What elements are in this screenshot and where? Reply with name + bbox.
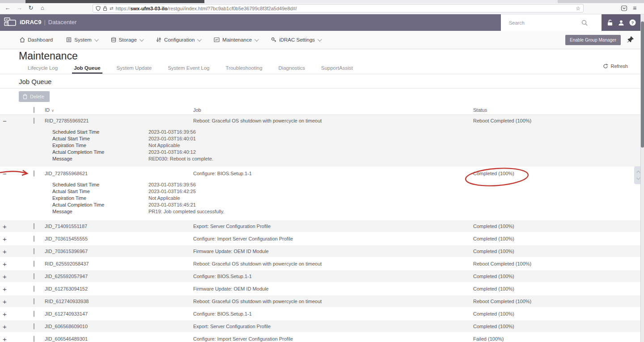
tab-job-queue[interactable]: Job Queue [72, 65, 102, 74]
row-checkbox[interactable] [34, 223, 34, 229]
tab-lifecycle-log[interactable]: Lifecycle Log [26, 65, 59, 74]
job-description: Configure: BIOS.Setup.1-1 [193, 274, 473, 279]
back-icon[interactable]: ← [4, 4, 12, 11]
tab-supportassist[interactable]: SupportAssist [319, 65, 355, 74]
table-row[interactable]: + JID_606546489301 Configure: Import Ser… [0, 333, 640, 342]
dashboard-home-icon [20, 37, 25, 42]
delete-button[interactable]: Delete [19, 91, 50, 102]
row-expander[interactable]: + [0, 236, 19, 242]
shield-icon[interactable] [96, 6, 101, 11]
job-status: Reboot Completed (100%) [473, 118, 531, 123]
table-row[interactable]: + JID_625592057947 Configure: BIOS.Setup… [0, 270, 640, 282]
row-checkbox[interactable] [34, 261, 34, 267]
nav-item-dashboard[interactable]: Dashboard [20, 37, 53, 42]
detail-row: Actual Completion Time2023-01-03T16:45:2… [0, 202, 640, 208]
row-checkbox[interactable] [34, 248, 34, 254]
job-description: Firmware Update: OEM ID Module [193, 286, 473, 291]
row-expander[interactable]: − [0, 170, 19, 177]
nav-item-storage[interactable]: Storage [111, 37, 143, 42]
job-details: Scheduled Start Time2023-01-03T16:39:56A… [0, 127, 640, 167]
user-icon[interactable] [618, 20, 624, 26]
row-expander[interactable]: + [0, 223, 19, 230]
scrollbar-track[interactable] [640, 14, 644, 342]
row-checkbox[interactable] [34, 286, 34, 292]
table-row[interactable]: + JID_703615455555 Configure: Import Ser… [0, 233, 640, 245]
refresh-button[interactable]: Refresh [603, 63, 628, 69]
row-expander[interactable]: − [0, 118, 19, 124]
menu-icon[interactable]: ≡ [631, 4, 639, 12]
row-checkbox[interactable] [34, 298, 34, 304]
screen: ← → ↻ ⌂ ⇄ https://swx-ufm3-03-ilo/restgu… [0, 0, 644, 342]
detail-label: Message [52, 156, 148, 162]
detail-row: Expiration TimeNot Applicable [0, 142, 640, 149]
home-icon[interactable]: ⌂ [38, 4, 47, 11]
forward-icon[interactable]: → [15, 4, 23, 11]
job-status: Completed (100%) [473, 274, 514, 279]
row-expander[interactable]: + [0, 261, 19, 267]
nav-item-system[interactable]: System [66, 37, 97, 42]
job-description: Configure: BIOS.Setup.1-1 [193, 311, 473, 317]
nav-item-maintenance[interactable]: Maintenance [214, 37, 258, 42]
detail-label: Expiration Time [52, 142, 148, 149]
table-row[interactable]: + JID_612740933147 Configure: BIOS.Setup… [0, 308, 640, 320]
system-icon [66, 37, 72, 42]
table-row[interactable]: + JID_606568609010 Export: Server Config… [0, 321, 640, 332]
table-row[interactable]: − RID_727855969221 Reboot: Graceful OS s… [0, 115, 640, 167]
tab-troubleshooting[interactable]: Troubleshooting [224, 65, 264, 74]
sort-chevron-icon[interactable]: ∨ [51, 109, 54, 113]
table-row[interactable]: + JID_714091551187 Export: Server Config… [0, 220, 640, 232]
tab-diagnostics[interactable]: Diagnostics [277, 65, 307, 74]
job-id: JID_727855968621 [45, 171, 193, 176]
row-checkbox[interactable] [34, 336, 34, 342]
nav-label: Maintenance [222, 37, 252, 42]
table-row[interactable]: + JID_703615396967 Firmware Update: OEM … [0, 245, 640, 257]
row-checkbox[interactable] [34, 170, 34, 177]
table-row[interactable]: + RID_625592058437 Reboot: Graceful OS s… [0, 258, 640, 270]
select-all-checkbox[interactable] [34, 107, 34, 113]
row-expander[interactable]: + [0, 286, 19, 292]
refresh-icon [603, 63, 608, 69]
row-expander[interactable]: + [0, 248, 19, 255]
nav-item-idrac-settings[interactable]: iDRAC Settings [271, 37, 321, 42]
row-checkbox[interactable] [34, 323, 34, 329]
job-id: JID_625592057947 [45, 274, 193, 279]
reload-icon[interactable]: ↻ [27, 4, 35, 11]
row-checkbox[interactable] [34, 311, 34, 317]
job-description: Configure: BIOS.Setup.1-1 [193, 171, 473, 176]
row-expander[interactable]: + [0, 323, 19, 330]
row-expander[interactable]: + [0, 336, 19, 342]
row-checkbox[interactable] [34, 236, 34, 242]
detail-value: 2023-01-03T16:40:12 [148, 149, 640, 156]
pocket-icon[interactable] [621, 5, 627, 12]
tab-list: Lifecycle LogJob QueueSystem UpdateSyste… [0, 63, 640, 74]
scrollbar-thumb[interactable] [641, 21, 644, 148]
lock-icon[interactable] [103, 6, 107, 11]
row-expander[interactable]: + [0, 298, 19, 305]
table-row[interactable]: + JID_612763094152 Firmware Update: OEM … [0, 283, 640, 295]
nav-item-configuration[interactable]: Configuration [156, 37, 200, 42]
tab-system-update[interactable]: System Update [115, 65, 154, 74]
bookmark-star-icon[interactable]: ☆ [576, 5, 580, 12]
column-header-id[interactable]: ID∨ [45, 107, 193, 113]
tab-system-event-log[interactable]: System Event Log [166, 65, 211, 74]
permissions-icon[interactable]: ⇄ [110, 6, 113, 11]
enable-group-manager-button[interactable]: Enable Group Manager [565, 35, 621, 45]
help-icon[interactable]: ? [629, 19, 636, 26]
detail-value: Not Applicable [148, 195, 640, 202]
url-bar[interactable]: ⇄ https://swx-ufm3-03-ilo/restgui/index.… [93, 4, 584, 13]
pin-icon[interactable] [627, 36, 634, 43]
id-header-label: ID [45, 107, 50, 113]
job-description: Reboot: Graceful OS shutdown with powerc… [193, 261, 473, 266]
table-row[interactable]: − JID_727855968621 Configure: BIOS.Setup… [0, 168, 640, 220]
row-checkbox[interactable] [34, 118, 34, 124]
detail-label: Scheduled Start Time [52, 129, 148, 135]
settings-key-icon [271, 37, 276, 42]
row-expander[interactable]: + [0, 273, 19, 280]
row-expander[interactable]: + [0, 311, 19, 317]
row-checkbox[interactable] [34, 273, 34, 279]
search-icon[interactable] [581, 20, 588, 26]
job-description: Configure: Import Server Configuration P… [193, 236, 473, 241]
unlock-icon[interactable] [607, 19, 613, 26]
table-row[interactable]: + RID_612740933938 Reboot: Graceful OS s… [0, 296, 640, 307]
search-input[interactable] [501, 20, 581, 25]
